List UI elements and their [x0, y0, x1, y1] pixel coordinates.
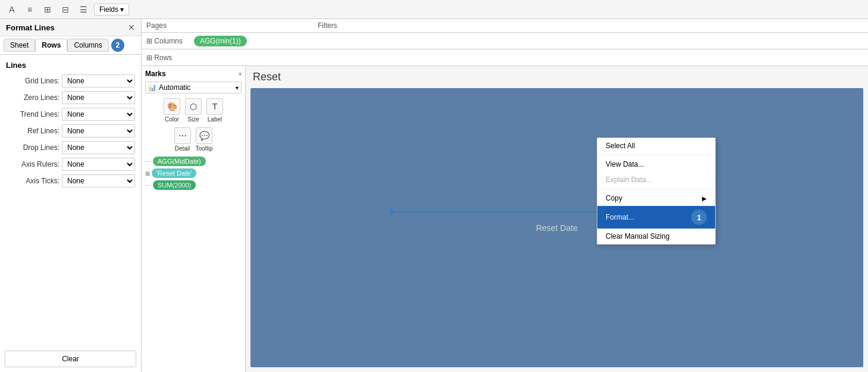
marks-detail-row: ⋯ Detail 💬 Tooltip [145, 127, 242, 152]
select-all-label: Select All [606, 142, 707, 150]
marks-type-select[interactable]: 📊 Automatic ▾ [145, 82, 242, 93]
axis-rulers-label: Axis Rulers: [6, 160, 59, 168]
lines-heading: Lines [6, 61, 135, 70]
main-layout: Format Lines ✕ Sheet Rows Columns 2 Line… [0, 19, 868, 372]
fields-label: Fields [99, 5, 118, 14]
pages-label: Pages [146, 21, 194, 30]
tab-row: Sheet Rows Columns 2 [0, 36, 141, 55]
copy-arrow: ▶ [702, 195, 707, 202]
list-icon-btn[interactable]: ☰ [76, 2, 90, 17]
pill-1-icon: ⋯ [145, 158, 151, 165]
pill-3-label[interactable]: SUM(2000) [153, 180, 196, 190]
marks-pill-2: ⊞ 'Reset Date' [145, 168, 242, 178]
table-icon-btn[interactable]: ⊞ [40, 2, 55, 17]
clear-button[interactable]: Clear [5, 351, 136, 367]
copy-label: Copy [606, 194, 698, 202]
tooltip-label: Tooltip [196, 145, 213, 152]
menu-item-format[interactable]: Format... 1 [597, 206, 715, 229]
marks-pill-1: ⋯ AGG(MidDate) [145, 157, 242, 166]
format-panel: Format Lines ✕ Sheet Rows Columns 2 Line… [0, 19, 142, 372]
marks-type-icon: 📊 [148, 84, 156, 92]
lower-area: Marks ▾ 📊 Automatic ▾ 🎨 Color ⬡ Size [142, 66, 868, 372]
axis-rulers-select[interactable]: None [62, 158, 135, 171]
context-menu: Select All View Data... Explain Data... … [597, 137, 716, 245]
marks-icons-row: 🎨 Color ⬡ Size T Label [145, 98, 242, 123]
menu-item-view-data[interactable]: View Data... [597, 157, 715, 172]
drop-lines-row: Drop Lines: None [6, 141, 135, 154]
ref-lines-select[interactable]: None [62, 124, 135, 137]
explain-data-label: Explain Data... [606, 176, 707, 184]
ref-lines-row: Ref Lines: None [6, 124, 135, 137]
tab-rows[interactable]: Rows [35, 39, 67, 52]
tooltip-icon: 💬 [196, 127, 212, 144]
size-icon: ⬡ [185, 98, 202, 115]
label-label: Label [208, 116, 222, 123]
menu-divider-1 [597, 155, 715, 155]
grid-lines-select[interactable]: None [62, 74, 135, 87]
axis-rulers-row: Axis Rulers: None [6, 158, 135, 171]
rows-shelf: ⊞ Rows [142, 49, 868, 66]
align-left-btn[interactable]: A [5, 2, 19, 17]
view-data-label: View Data... [606, 160, 707, 168]
viz-title: Reset [250, 71, 863, 83]
align-center-btn[interactable]: ≡ [23, 2, 37, 17]
marks-header: Marks ▾ [145, 70, 242, 78]
format-panel-header: Format Lines ✕ [0, 19, 141, 36]
menu-divider-2 [597, 189, 715, 189]
zero-lines-label: Zero Lines: [6, 93, 59, 102]
fields-chevron: ▾ [120, 5, 124, 14]
format-panel-title: Format Lines [6, 23, 55, 32]
top-toolbar: A ≡ ⊞ ⊟ ☰ Fields ▾ [0, 0, 868, 19]
viz-canvas[interactable]: Reset Date [250, 88, 863, 367]
axis-ticks-label: Axis Ticks: [6, 177, 59, 185]
menu-item-select-all[interactable]: Select All [597, 138, 715, 154]
fields-button[interactable]: Fields ▾ [94, 4, 129, 15]
arrow-indicator-line [391, 211, 599, 212]
grid-lines-row: Grid Lines: None [6, 74, 135, 87]
zero-lines-select[interactable]: None [62, 91, 135, 104]
pill-1-label[interactable]: AGG(MidDate) [153, 157, 206, 166]
pill-2-icon: ⊞ [145, 170, 150, 177]
marks-expand-icon: ▾ [239, 71, 242, 77]
color-btn[interactable]: 🎨 Color [164, 98, 180, 123]
lines-section: Lines Grid Lines: None Zero Lines: None … [0, 55, 141, 346]
drop-lines-label: Drop Lines: [6, 143, 59, 152]
grid-icon-btn[interactable]: ⊟ [58, 2, 73, 17]
viz-center-label: Reset Date [536, 223, 578, 233]
menu-item-clear-sizing[interactable]: Clear Manual Sizing [597, 229, 715, 244]
axis-ticks-row: Axis Ticks: None [6, 174, 135, 187]
canvas-header: Pages Filters [142, 19, 868, 33]
size-btn[interactable]: ⬡ Size [185, 98, 202, 123]
color-label: Color [165, 116, 179, 123]
label-btn[interactable]: T Label [206, 98, 223, 123]
canvas-area: Pages Filters ⊞ Columns AGG(min(1)) ⊞ Ro… [142, 19, 868, 372]
columns-pill[interactable]: AGG(min(1)) [194, 36, 247, 46]
tab-badge-2: 2 [111, 39, 124, 52]
detail-icon: ⋯ [174, 127, 191, 144]
trend-lines-label: Trend Lines: [6, 110, 59, 118]
ref-lines-label: Ref Lines: [6, 127, 59, 135]
pill-2-label[interactable]: 'Reset Date' [152, 168, 196, 178]
marks-type-chevron: ▾ [236, 85, 239, 91]
detail-btn[interactable]: ⋯ Detail [174, 127, 191, 152]
tab-sheet[interactable]: Sheet [4, 39, 35, 52]
marks-panel: Marks ▾ 📊 Automatic ▾ 🎨 Color ⬡ Size [142, 66, 246, 372]
axis-ticks-select[interactable]: None [62, 174, 135, 187]
menu-item-copy[interactable]: Copy ▶ [597, 190, 715, 206]
close-button[interactable]: ✕ [128, 23, 135, 32]
label-icon: T [206, 98, 223, 115]
detail-label: Detail [175, 145, 190, 152]
step-badge-1: 1 [691, 210, 707, 225]
tooltip-btn[interactable]: 💬 Tooltip [196, 127, 213, 152]
marks-heading: Marks [145, 70, 166, 78]
tab-columns[interactable]: Columns [67, 39, 108, 52]
menu-item-explain-data: Explain Data... [597, 172, 715, 187]
size-label: Size [187, 116, 199, 123]
filters-label: Filters [318, 21, 337, 30]
format-label: Format... [606, 213, 688, 221]
drop-lines-select[interactable]: None [62, 141, 135, 154]
trend-lines-select[interactable]: None [62, 108, 135, 121]
zero-lines-row: Zero Lines: None [6, 91, 135, 104]
columns-shelf: ⊞ Columns AGG(min(1)) [142, 33, 868, 49]
viz-area: Reset Reset Date Select All View Data... [246, 66, 868, 372]
